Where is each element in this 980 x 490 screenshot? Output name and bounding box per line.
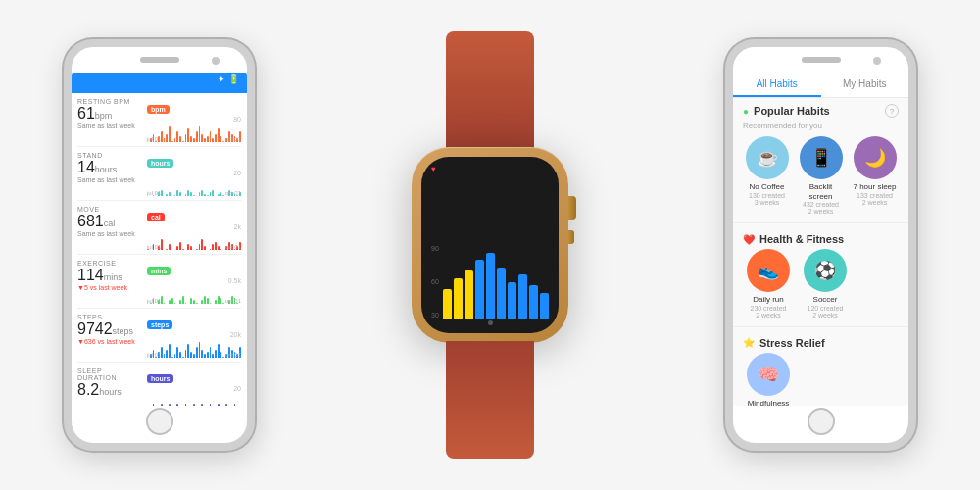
habit-item[interactable]: 👟 Daily run 230 created 2 weeks (743, 249, 794, 318)
habit-item[interactable]: 🧠 Mindfulness 98 created 1 week (743, 353, 794, 406)
habit-icon: 🧠 (747, 353, 790, 396)
habit-item[interactable]: ⚽ Soccer 120 created 2 weeks (800, 249, 851, 318)
watch-bar (443, 289, 452, 318)
health-value: 9742 (77, 320, 113, 337)
section-header: ● Popular Habits ? (733, 98, 908, 122)
y-label-30: 30 (431, 312, 439, 318)
health-row: STAND 14hours Same as last week hours 20… (77, 147, 241, 201)
watch-side-btn[interactable] (568, 230, 574, 244)
chart-badge: cal (147, 213, 165, 221)
health-row: RESTING BPM 61bpm Same as last week bpm … (77, 93, 241, 147)
chart-max-label: 20k (147, 331, 241, 338)
watch-bar (540, 293, 549, 318)
watch-bottom-row (431, 320, 549, 325)
habit-item[interactable]: ☕ No Coffee 130 created 3 weeks (743, 136, 791, 215)
habit-name: Daily run (753, 295, 784, 305)
section-icon: ❤️ (743, 234, 755, 245)
date-end: oct 01 (225, 136, 241, 142)
section-divider (733, 326, 908, 327)
chart-dates: jul 01 oct 01 (147, 190, 241, 196)
health-label: MOVE (77, 206, 141, 213)
habits-section-health: ❤️ Health & Fitness 👟 Daily run 230 crea… (733, 227, 908, 327)
volume-up-btn[interactable] (64, 125, 66, 153)
right-phone-vol-down[interactable] (725, 165, 727, 192)
volume-down-btn[interactable] (64, 165, 66, 192)
chart-dates: jul 01 oct 01 (147, 136, 241, 142)
watch-bar (475, 260, 484, 318)
section-icon: ● (743, 106, 749, 117)
habits-section-stress: ⭐ Stress Relief 🧠 Mindfulness 98 created… (733, 331, 908, 406)
right-phone-vol-up[interactable] (725, 125, 727, 153)
tab-all-habits[interactable]: All Habits (733, 73, 821, 97)
habit-icon: ☕ (746, 136, 789, 179)
watch-bar (465, 270, 473, 318)
tab-my-habits[interactable]: My Habits (821, 73, 909, 97)
section-title: Stress Relief (760, 337, 825, 349)
health-chart: mins 0.5k jul 01 oct 01 (147, 260, 241, 304)
watch-bar (454, 278, 463, 318)
habits-grid: 🧠 Mindfulness 98 created 1 week (733, 353, 908, 406)
habit-item[interactable]: 📱 Backlit screen 432 created 2 weeks (797, 136, 845, 215)
chart-badge: mins (147, 267, 171, 275)
chart-max-label: 2k (147, 223, 241, 230)
right-phone-power[interactable] (914, 145, 916, 184)
right-phone-home[interactable] (808, 408, 835, 435)
health-unit: hours (95, 165, 118, 174)
habit-count: 130 created (749, 192, 785, 199)
chart-dates: jul 01 oct 01 (147, 352, 241, 358)
section-header: ❤️ Health & Fitness (733, 227, 908, 249)
health-unit: cal (104, 219, 116, 228)
health-value-area: 14hours (77, 159, 141, 176)
health-content: RESTING BPM 61bpm Same as last week bpm … (72, 93, 247, 406)
habit-name: Backlit screen (797, 182, 845, 201)
chart-badge: bpm (147, 105, 170, 114)
health-value: 61 (77, 105, 95, 122)
date-start: jul 01 (147, 190, 161, 196)
health-label: SLEEP DURATION (77, 368, 141, 381)
home-button[interactable] (146, 408, 173, 435)
chart-max-label: 80 (147, 116, 241, 122)
date-start: jul 01 (147, 298, 161, 304)
health-unit: steps (113, 326, 134, 336)
chart-badge: steps (147, 320, 172, 329)
health-chart: bpm 80 jul 01 oct 01 (147, 98, 241, 142)
power-btn[interactable] (253, 145, 255, 184)
health-row: EXERCISE 114mins ▼5 vs last week mins 0.… (77, 255, 241, 309)
health-chart: hours 20 jul 01 oct 01 (147, 152, 241, 196)
habits-tabs: All HabitsMy Habits (733, 73, 908, 98)
question-btn[interactable]: ? (885, 104, 899, 118)
habit-count2: 3 weeks (755, 199, 780, 206)
habit-count2: 2 weeks (756, 312, 781, 318)
health-value: 8.2 (77, 381, 99, 398)
watch-band-bottom (446, 341, 534, 459)
health-row-left: STAND 14hours Same as last week (77, 152, 141, 183)
watch-bar (529, 285, 538, 318)
left-phone: ✦ 🔋 RESTING BPM 61bpm Same as last week … (64, 39, 255, 451)
watch-bar (518, 274, 527, 318)
health-row-left: STEPS 9742steps ▼636 vs last week (77, 314, 141, 345)
habit-icon: 👟 (747, 249, 790, 292)
habit-item[interactable]: 🌙 7 hour sleep 133 created 2 weeks (851, 136, 899, 215)
phone1-screen: ✦ 🔋 RESTING BPM 61bpm Same as last week … (72, 73, 247, 406)
health-row-left: MOVE 681cal Same as last week (77, 206, 141, 237)
health-row: MOVE 681cal Same as last week cal 2k jul… (77, 201, 241, 255)
chart-max-label: 20 (147, 170, 241, 176)
chart-dates: jul 01 oct 01 (147, 244, 241, 250)
chart-max-label: 0.5k (147, 277, 241, 284)
heart-icon-area: ♥ (431, 165, 436, 173)
health-unit: mins (104, 272, 122, 282)
health-label: STEPS (77, 314, 141, 320)
health-value-area: 681cal (77, 213, 141, 230)
section-title: Popular Habits (754, 105, 830, 117)
watch-container: ♥ 90 60 3 (382, 39, 598, 451)
habit-name: No Coffee (750, 182, 785, 192)
watch-crown[interactable] (568, 196, 576, 220)
watch-bar (486, 253, 495, 319)
habit-name: Mindfulness (748, 399, 790, 406)
section-subtitle: Recommended for you (733, 122, 908, 136)
habits-grid: ☕ No Coffee 130 created 3 weeks 📱 Backli… (733, 136, 908, 222)
habit-count: 120 created (808, 305, 844, 312)
habits-section-popular: ● Popular Habits ? Recommended for you ☕… (733, 98, 908, 223)
status-icons: ✦ 🔋 (218, 74, 239, 84)
status-bar: ✦ 🔋 (72, 73, 247, 86)
